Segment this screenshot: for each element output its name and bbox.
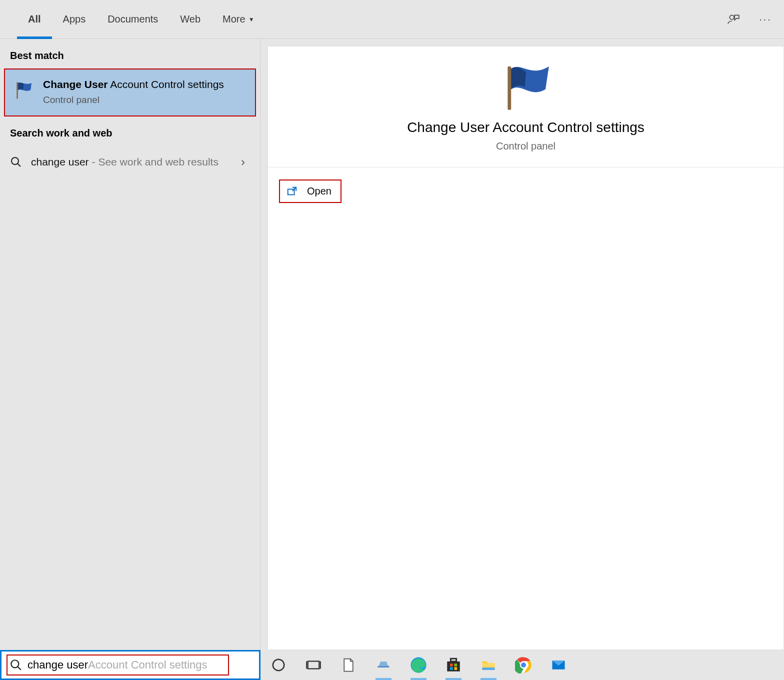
- svg-point-6: [11, 660, 18, 668]
- search-web-hint: - See work and web results: [92, 156, 218, 168]
- chevron-right-icon: ›: [241, 155, 250, 169]
- detail-pane: Change User Account Control settings Con…: [260, 39, 784, 650]
- tab-web[interactable]: Web: [169, 0, 212, 39]
- search-web-header: Search work and web: [0, 116, 260, 146]
- svg-rect-17: [450, 664, 453, 666]
- svg-rect-18: [454, 664, 457, 666]
- search-autocomplete-text: Account Control settings: [88, 658, 207, 672]
- svg-point-8: [273, 660, 284, 671]
- detail-subtitle: Control panel: [283, 140, 768, 152]
- svg-line-3: [18, 164, 20, 166]
- svg-rect-4: [508, 66, 511, 110]
- search-web-query: change user: [31, 156, 89, 168]
- your-phone-icon[interactable]: [374, 655, 394, 675]
- svg-point-2: [12, 158, 18, 164]
- search-icon: [10, 658, 22, 672]
- open-label: Open: [307, 186, 332, 197]
- tab-documents[interactable]: Documents: [96, 0, 169, 39]
- tab-apps[interactable]: Apps: [52, 0, 97, 39]
- best-match-title: Change User Account Control settings: [43, 78, 224, 92]
- tab-more[interactable]: More ▼: [212, 0, 265, 39]
- best-match-subtitle: Control panel: [43, 94, 224, 106]
- control-panel-flag-icon: [14, 80, 35, 100]
- task-view-icon[interactable]: [304, 655, 324, 675]
- search-filter-tabs: All Apps Documents Web More ▼ ···: [0, 0, 784, 39]
- search-typed-text: change user: [28, 658, 88, 672]
- svg-marker-13: [379, 662, 388, 666]
- chrome-browser-icon[interactable]: [514, 655, 534, 675]
- best-match-header: Best match: [0, 39, 260, 68]
- search-icon: [10, 156, 22, 168]
- edge-browser-icon[interactable]: [408, 655, 428, 675]
- best-match-result[interactable]: Change User Account Control settings Con…: [4, 68, 256, 116]
- microsoft-store-icon[interactable]: [444, 655, 464, 675]
- svg-point-0: [730, 15, 734, 20]
- tab-all[interactable]: All: [17, 0, 52, 39]
- svg-rect-12: [378, 666, 389, 667]
- taskbar: [260, 650, 784, 680]
- svg-rect-20: [454, 667, 457, 670]
- file-explorer-icon[interactable]: [478, 655, 498, 675]
- svg-rect-16: [450, 658, 456, 662]
- search-input[interactable]: change user Account Control settings: [0, 650, 260, 680]
- svg-line-7: [18, 666, 21, 670]
- cortana-icon[interactable]: [268, 655, 288, 675]
- svg-rect-1: [16, 82, 18, 98]
- libreoffice-icon[interactable]: [338, 655, 358, 675]
- svg-rect-9: [308, 662, 320, 669]
- svg-rect-19: [450, 667, 453, 670]
- detail-title: Change User Account Control settings: [283, 120, 768, 136]
- svg-rect-15: [447, 662, 460, 672]
- feedback-icon[interactable]: [727, 13, 740, 26]
- results-pane: Best match Change User Account Control s…: [0, 39, 260, 650]
- search-web-result[interactable]: change user - See work and web results ›: [0, 146, 260, 178]
- more-options-icon[interactable]: ···: [759, 13, 772, 26]
- open-external-icon: [286, 186, 298, 197]
- control-panel-flag-icon-large: [498, 60, 554, 114]
- mail-icon[interactable]: [548, 655, 568, 675]
- tab-more-label: More: [222, 14, 246, 25]
- chevron-down-icon: ▼: [248, 16, 254, 23]
- open-button[interactable]: Open: [279, 180, 342, 203]
- svg-rect-22: [482, 668, 495, 670]
